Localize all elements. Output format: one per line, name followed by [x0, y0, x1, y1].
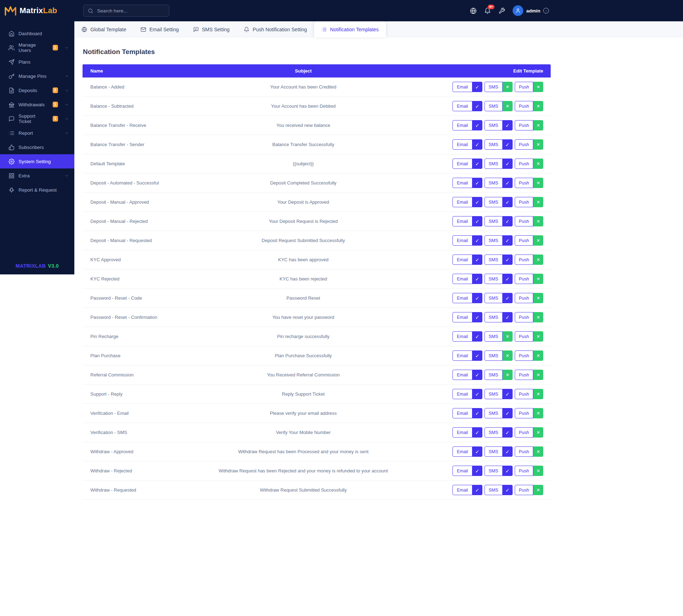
push-toggle[interactable]: × — [533, 350, 543, 361]
email-edit-button[interactable]: Email — [452, 312, 472, 322]
email-toggle[interactable]: ✓ — [472, 139, 482, 150]
sms-edit-button[interactable]: SMS — [485, 408, 503, 418]
sidebar-item-dashboard[interactable]: Dashboard — [0, 26, 74, 41]
email-toggle[interactable]: ✓ — [472, 389, 482, 399]
sms-toggle[interactable]: ✓ — [503, 139, 513, 150]
sms-toggle[interactable]: ✓ — [503, 485, 513, 495]
tab-sms-setting[interactable]: SMS Setting — [186, 21, 237, 37]
push-toggle[interactable]: × — [533, 485, 543, 495]
email-toggle[interactable]: ✓ — [472, 101, 482, 111]
push-toggle[interactable]: × — [533, 312, 543, 322]
sms-edit-button[interactable]: SMS — [485, 370, 503, 380]
sms-edit-button[interactable]: SMS — [485, 427, 503, 438]
sms-toggle[interactable]: ✓ — [503, 255, 513, 265]
sms-toggle[interactable]: × — [503, 350, 513, 361]
email-toggle[interactable]: ✓ — [472, 235, 482, 246]
push-edit-button[interactable]: Push — [515, 120, 534, 130]
push-toggle[interactable]: × — [533, 293, 543, 303]
push-edit-button[interactable]: Push — [515, 370, 534, 380]
sidebar-item-report-and-request[interactable]: Report & Request — [0, 183, 74, 197]
email-toggle[interactable]: ✓ — [472, 216, 482, 226]
sidebar-item-support-ticket[interactable]: Support Ticket 1 — [0, 112, 74, 126]
push-edit-button[interactable]: Push — [515, 446, 534, 457]
brand-logo[interactable]: MatrixLab — [0, 0, 74, 21]
sms-toggle[interactable]: ✓ — [503, 159, 513, 169]
sms-toggle[interactable]: ✓ — [503, 216, 513, 226]
email-toggle[interactable]: ✓ — [472, 274, 482, 284]
email-toggle[interactable]: ✓ — [472, 178, 482, 188]
globe-icon[interactable] — [470, 7, 477, 14]
push-edit-button[interactable]: Push — [515, 427, 534, 438]
push-edit-button[interactable]: Push — [515, 293, 534, 303]
sms-toggle[interactable]: × — [503, 331, 513, 342]
sms-edit-button[interactable]: SMS — [485, 389, 503, 399]
push-toggle[interactable]: × — [533, 274, 543, 284]
email-edit-button[interactable]: Email — [452, 331, 472, 342]
sms-edit-button[interactable]: SMS — [485, 178, 503, 188]
email-edit-button[interactable]: Email — [452, 293, 472, 303]
sms-toggle[interactable]: × — [503, 101, 513, 111]
sms-toggle[interactable]: ✓ — [503, 235, 513, 246]
push-edit-button[interactable]: Push — [515, 197, 534, 207]
sms-edit-button[interactable]: SMS — [485, 350, 503, 361]
push-edit-button[interactable]: Push — [515, 82, 534, 92]
push-edit-button[interactable]: Push — [515, 178, 534, 188]
email-edit-button[interactable]: Email — [452, 82, 472, 92]
sidebar-item-report[interactable]: Report — [0, 126, 74, 140]
email-edit-button[interactable]: Email — [452, 274, 472, 284]
sidebar-item-deposits[interactable]: Deposits 1 — [0, 83, 74, 97]
sms-edit-button[interactable]: SMS — [485, 293, 503, 303]
sms-toggle[interactable]: ✓ — [503, 466, 513, 476]
sidebar-item-plans[interactable]: Plans — [0, 55, 74, 69]
email-toggle[interactable]: ✓ — [472, 159, 482, 169]
sms-edit-button[interactable]: SMS — [485, 466, 503, 476]
push-toggle[interactable]: × — [533, 331, 543, 342]
tab-notification-templates[interactable]: Notification Templates — [314, 21, 386, 37]
sms-toggle[interactable]: ✓ — [503, 408, 513, 418]
email-edit-button[interactable]: Email — [452, 446, 472, 457]
push-toggle[interactable]: × — [533, 255, 543, 265]
email-edit-button[interactable]: Email — [452, 159, 472, 169]
email-edit-button[interactable]: Email — [452, 408, 472, 418]
email-edit-button[interactable]: Email — [452, 427, 472, 438]
wrench-icon[interactable] — [498, 7, 505, 14]
user-menu[interactable]: admin — [513, 5, 549, 16]
sms-toggle[interactable]: × — [503, 82, 513, 92]
email-edit-button[interactable]: Email — [452, 350, 472, 361]
push-toggle[interactable]: × — [533, 427, 543, 438]
push-edit-button[interactable]: Push — [515, 101, 534, 111]
sms-edit-button[interactable]: SMS — [485, 120, 503, 130]
email-edit-button[interactable]: Email — [452, 178, 472, 188]
email-edit-button[interactable]: Email — [452, 255, 472, 265]
email-edit-button[interactable]: Email — [452, 466, 472, 476]
email-edit-button[interactable]: Email — [452, 101, 472, 111]
push-toggle[interactable]: × — [533, 466, 543, 476]
sms-toggle[interactable]: ✓ — [503, 120, 513, 130]
sidebar-item-withdrawals[interactable]: Withdrawals 1 — [0, 97, 74, 112]
sms-toggle[interactable]: ✓ — [503, 427, 513, 438]
sms-edit-button[interactable]: SMS — [485, 485, 503, 495]
sidebar-item-manage-pins[interactable]: Manage Pins — [0, 69, 74, 83]
email-edit-button[interactable]: Email — [452, 370, 472, 380]
push-edit-button[interactable]: Push — [515, 485, 534, 495]
push-toggle[interactable]: × — [533, 101, 543, 111]
push-toggle[interactable]: × — [533, 446, 543, 457]
sms-edit-button[interactable]: SMS — [485, 197, 503, 207]
push-edit-button[interactable]: Push — [515, 159, 534, 169]
push-edit-button[interactable]: Push — [515, 331, 534, 342]
email-toggle[interactable]: ✓ — [472, 293, 482, 303]
push-toggle[interactable]: × — [533, 178, 543, 188]
sms-edit-button[interactable]: SMS — [485, 312, 503, 322]
push-edit-button[interactable]: Push — [515, 274, 534, 284]
push-toggle[interactable]: × — [533, 120, 543, 130]
email-edit-button[interactable]: Email — [452, 197, 472, 207]
sms-toggle[interactable]: ✓ — [503, 312, 513, 322]
sms-toggle[interactable]: ✓ — [503, 293, 513, 303]
push-toggle[interactable]: × — [533, 82, 543, 92]
email-toggle[interactable]: ✓ — [472, 82, 482, 92]
sms-edit-button[interactable]: SMS — [485, 159, 503, 169]
sms-edit-button[interactable]: SMS — [485, 274, 503, 284]
tab-global-template[interactable]: Global Template — [74, 21, 133, 37]
email-toggle[interactable]: ✓ — [472, 466, 482, 476]
sms-edit-button[interactable]: SMS — [485, 82, 503, 92]
